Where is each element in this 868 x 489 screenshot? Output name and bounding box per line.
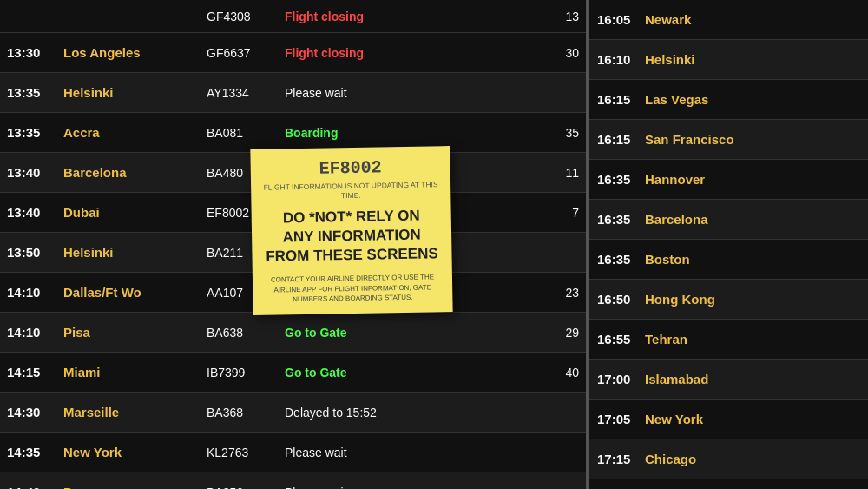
board-row-partial: GF4308 Flight closing 13 xyxy=(0,0,586,33)
row-status: Please wait xyxy=(285,486,549,490)
row-flight: KL2763 xyxy=(207,446,285,459)
table-row: 13:35 Accra BA081 Boarding 35 xyxy=(0,113,586,153)
table-row: 16:05 Newark xyxy=(589,0,868,40)
row-destination: Miami xyxy=(63,365,207,380)
row-time: 16:55 xyxy=(597,332,645,347)
row-destination: Helsinki xyxy=(63,85,207,100)
row-destination: New York xyxy=(63,445,207,459)
partial-gate: 13 xyxy=(549,10,579,23)
row-time: 16:15 xyxy=(597,132,645,147)
row-destination: Islamabad xyxy=(645,372,859,387)
row-destination: Dubai xyxy=(63,205,207,220)
row-time: 14:10 xyxy=(7,325,63,340)
row-destination: Helsinki xyxy=(645,52,859,67)
row-destination: Accra xyxy=(63,125,207,140)
table-row: 17:00 Islamabad xyxy=(589,360,868,400)
table-row: 16:35 Boston xyxy=(589,240,868,280)
table-row: 16:35 Hannover xyxy=(589,160,868,200)
row-gate: 29 xyxy=(549,326,579,340)
row-flight: AY1334 xyxy=(207,86,285,100)
right-rows: 16:05 Newark 16:10 Helsinki 16:15 Las Ve… xyxy=(589,0,868,489)
row-destination: Los Angeles xyxy=(63,45,207,60)
row-destination: San Francisco xyxy=(645,132,859,147)
table-row: 17:05 New York xyxy=(589,400,868,439)
row-destination: Dallas/Ft Wo xyxy=(63,285,207,300)
row-flight: BA856 xyxy=(207,486,285,490)
row-destination: Marseille xyxy=(63,405,207,420)
row-destination: Helsinki xyxy=(63,245,207,260)
row-time: 13:35 xyxy=(7,125,63,140)
row-time: 13:30 xyxy=(7,45,63,60)
row-time: 13:40 xyxy=(7,165,63,180)
table-row: 16:35 Barcelona xyxy=(589,200,868,240)
row-time: 13:35 xyxy=(7,85,63,100)
table-row: 17:15 New York xyxy=(589,479,868,489)
row-destination: Chicago xyxy=(645,452,859,466)
row-time: 14:15 xyxy=(7,365,63,380)
sticky-main-text: DO *NOT* RELY ONANY INFORMATIONFROM THES… xyxy=(264,206,440,267)
row-time: 17:00 xyxy=(597,372,645,387)
row-time: 14:40 xyxy=(7,485,63,489)
row-gate: 35 xyxy=(549,126,579,140)
sticky-flight-number: EF8002 xyxy=(263,156,438,180)
table-row: 17:15 Chicago xyxy=(589,439,868,479)
row-gate: 11 xyxy=(549,166,579,180)
row-gate: 30 xyxy=(549,46,579,60)
row-destination: Newark xyxy=(645,12,859,27)
row-time: 16:50 xyxy=(597,292,645,307)
row-flight: BA081 xyxy=(207,126,285,140)
row-destination: Barcelona xyxy=(645,212,859,227)
partial-status: Flight closing xyxy=(285,10,549,23)
sticky-sub-text: CONTACT YOUR AIRLINE DIRECTLY OR USE THE… xyxy=(265,273,441,305)
row-status: Flight closing xyxy=(285,46,549,60)
row-time: 13:40 xyxy=(7,205,63,220)
row-flight: BA638 xyxy=(207,326,285,340)
airport-departures-board: GF4308 Flight closing 13 13:30 Los Angel… xyxy=(0,0,868,489)
row-time: 16:35 xyxy=(597,252,645,267)
table-row: 16:10 Helsinki xyxy=(589,40,868,80)
row-destination: New York xyxy=(645,412,859,426)
sticky-note: EF8002 FLIGHT INFORMATION IS NOT UPDATIN… xyxy=(250,146,452,315)
row-time: 13:50 xyxy=(7,245,63,260)
row-flight: GF6637 xyxy=(207,46,285,60)
table-row: 16:50 Hong Kong xyxy=(589,280,868,320)
row-destination: Hong Kong xyxy=(645,292,859,307)
row-destination: Boston xyxy=(645,252,859,267)
row-status: Boarding xyxy=(285,126,549,140)
table-row: 14:35 New York KL2763 Please wait xyxy=(0,433,586,472)
row-destination: Prague xyxy=(63,485,207,489)
sticky-warning-small: FLIGHT INFORMATION IS NOT UPDATING AT TH… xyxy=(263,180,438,202)
table-row: 16:55 Tehran xyxy=(589,320,868,360)
row-destination: Las Vegas xyxy=(645,92,859,107)
row-destination: Tehran xyxy=(645,332,859,347)
row-destination: Barcelona xyxy=(63,165,207,180)
row-destination: Pisa xyxy=(63,325,207,340)
row-time: 16:15 xyxy=(597,92,645,107)
table-row: 13:30 Los Angeles GF6637 Flight closing … xyxy=(0,33,586,73)
table-row: 13:35 Helsinki AY1334 Please wait xyxy=(0,73,586,113)
row-gate: 7 xyxy=(549,206,579,220)
row-status: Delayed to 15:52 xyxy=(285,406,549,420)
table-row: 16:15 Las Vegas xyxy=(589,80,868,120)
row-time: 14:35 xyxy=(7,445,63,459)
row-time: 16:10 xyxy=(597,52,645,67)
row-flight: BA368 xyxy=(207,406,285,420)
row-gate: 40 xyxy=(549,366,579,380)
row-status: Please wait xyxy=(285,86,549,100)
row-destination: Hannover xyxy=(645,172,859,187)
row-time: 17:15 xyxy=(597,452,645,466)
table-row: 14:40 Prague BA856 Please wait xyxy=(0,472,586,489)
row-status: Please wait xyxy=(285,446,549,459)
row-time: 17:05 xyxy=(597,412,645,426)
table-row: 14:30 Marseille BA368 Delayed to 15:52 xyxy=(0,393,586,433)
row-status: Go to Gate xyxy=(285,366,549,380)
row-gate: 23 xyxy=(549,286,579,300)
row-status: Go to Gate xyxy=(285,326,549,340)
partial-flight: GF4308 xyxy=(207,10,285,23)
right-arrivals-board: 16:05 Newark 16:10 Helsinki 16:15 Las Ve… xyxy=(586,0,868,489)
row-time: 16:05 xyxy=(597,12,645,27)
row-time: 16:35 xyxy=(597,212,645,227)
table-row: 16:15 San Francisco xyxy=(589,120,868,160)
table-row: 14:15 Miami IB7399 Go to Gate 40 xyxy=(0,353,586,393)
row-time: 16:35 xyxy=(597,172,645,187)
